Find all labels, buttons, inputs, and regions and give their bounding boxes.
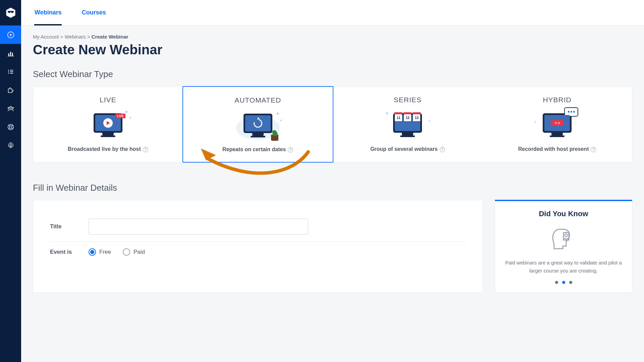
tip-text: Paid webinars are a great way to validat… (502, 259, 625, 275)
logo (0, 0, 21, 25)
tip-illus (502, 224, 625, 253)
people-icon (7, 105, 14, 112)
tip-dot-2[interactable] (562, 281, 565, 284)
details-form: Title Event is Free Paid (33, 200, 483, 293)
sidebar-nav (0, 0, 21, 362)
svg-line-22 (11, 125, 13, 126)
nav-play[interactable] (0, 25, 21, 44)
play-circle-icon (7, 31, 14, 39)
svg-point-12 (8, 73, 9, 74)
svg-line-21 (8, 125, 10, 126)
list-icon (7, 68, 14, 75)
gear-icon (7, 142, 14, 149)
nav-settings[interactable] (0, 136, 21, 155)
breadcrumb-current: Create Webinar (92, 34, 128, 40)
select-type-heading: Select Webinar Type (33, 69, 632, 79)
svg-point-17 (8, 107, 9, 109)
breadcrumb-l1[interactable]: My Account (33, 34, 59, 40)
breadcrumb: My Account > Webinars > Create Webinar (33, 34, 632, 40)
help-icon[interactable]: ? (591, 147, 596, 152)
svg-rect-8 (12, 53, 13, 56)
type-desc: Repeats on certain dates (222, 146, 286, 152)
type-title: AUTOMATED (188, 96, 328, 104)
breadcrumb-l2[interactable]: Webinars (65, 34, 86, 40)
type-desc: Broadcasted live by the host (68, 146, 141, 152)
lifebuoy-icon (7, 123, 14, 131)
svg-rect-7 (10, 52, 11, 56)
tip-box: Did You Know Paid webinars are a great w… (495, 200, 632, 293)
svg-marker-5 (10, 34, 12, 36)
svg-point-25 (10, 144, 12, 146)
svg-marker-0 (6, 8, 15, 18)
svg-point-11 (8, 71, 9, 72)
radio-paid[interactable]: Paid (123, 248, 145, 256)
radio-free[interactable]: Free (89, 248, 111, 256)
head-gears-icon (550, 225, 577, 252)
type-title: LIVE (38, 96, 178, 104)
type-card-hybrid[interactable]: HYBRID + Recorded with host present? (482, 86, 632, 162)
type-card-automated[interactable]: AUTOMATED ✦ + Repeats on certain dates? (182, 86, 333, 163)
type-cards: LIVE ✦ + LIVE Broadcasted live by the ho… (33, 86, 632, 163)
svg-point-10 (8, 70, 9, 71)
details-heading: Fill in Webinar Details (33, 183, 632, 193)
type-desc: Group of several webinars (370, 146, 438, 152)
type-illus-hybrid: + (487, 110, 627, 140)
tip-dot-1[interactable] (555, 281, 558, 284)
svg-rect-6 (8, 53, 9, 56)
bar-chart-icon (7, 50, 14, 57)
type-title: SERIES (338, 96, 478, 104)
help-icon[interactable]: ? (440, 147, 445, 152)
tab-courses[interactable]: Courses (72, 0, 116, 25)
svg-point-16 (10, 106, 12, 108)
puzzle-icon (7, 86, 14, 94)
svg-line-23 (8, 128, 10, 129)
title-label: Title (50, 223, 89, 230)
page-title: Create New Webinar (33, 42, 632, 57)
nav-support[interactable] (0, 118, 21, 136)
tip-title: Did You Know (502, 209, 625, 218)
type-desc: Recorded with host present (518, 146, 589, 152)
nav-people[interactable] (0, 99, 21, 118)
type-title: HYBRID (487, 96, 627, 104)
tip-dot-3[interactable] (569, 281, 572, 284)
svg-point-28 (565, 234, 568, 237)
tip-pagination (502, 281, 625, 284)
svg-line-24 (11, 128, 13, 129)
type-illus-live: ✦ + LIVE (38, 110, 178, 140)
nav-analytics[interactable] (0, 44, 21, 62)
svg-point-18 (12, 107, 13, 109)
nav-integrations[interactable] (0, 81, 21, 99)
type-card-series[interactable]: SERIES ✦ + 111213 Group of several webin… (333, 86, 483, 162)
help-icon[interactable]: ? (143, 147, 148, 152)
tab-webinars[interactable]: Webinars (35, 0, 72, 25)
topbar: Webinars Courses (21, 0, 644, 25)
nav-list[interactable] (0, 62, 21, 81)
svg-point-20 (9, 126, 12, 128)
help-icon[interactable]: ? (288, 147, 293, 153)
type-illus-automated: ✦ + (188, 110, 328, 140)
type-illus-series: ✦ + 111213 (338, 110, 478, 140)
event-is-label: Event is (50, 249, 89, 255)
logo-icon (5, 7, 17, 19)
title-input[interactable] (89, 219, 308, 235)
type-card-live[interactable]: LIVE ✦ + LIVE Broadcasted live by the ho… (33, 86, 183, 162)
svg-rect-3 (8, 11, 14, 12)
